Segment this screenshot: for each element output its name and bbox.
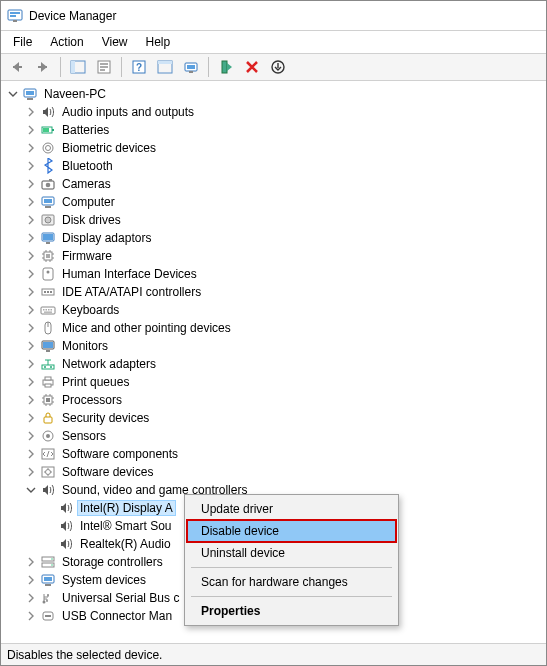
expand-icon[interactable] [25,394,37,406]
computer-icon [22,86,38,102]
ctx-update-driver[interactable]: Update driver [187,498,396,520]
expand-icon[interactable] [25,358,37,370]
category-label: Print queues [59,374,132,390]
expand-icon[interactable] [25,232,37,244]
category-node[interactable]: Biometric devices [25,139,546,157]
expand-icon[interactable] [25,124,37,136]
svg-rect-57 [43,342,53,348]
category-node[interactable]: Keyboards [25,301,546,319]
device-tree[interactable]: Naveen-PC Audio inputs and outputsBatter… [1,81,546,643]
properties-button[interactable] [92,55,116,79]
svg-point-28 [46,146,51,151]
storage-icon [40,554,56,570]
category-node[interactable]: Firmware [25,247,546,265]
ctx-update-label: Update driver [201,502,273,516]
svg-rect-46 [47,291,49,293]
svg-rect-59 [42,365,54,369]
menu-help[interactable]: Help [138,33,179,51]
expand-icon[interactable] [25,556,37,568]
expand-icon[interactable] [25,214,37,226]
usbconn-icon [40,608,56,624]
category-node[interactable]: Sensors [25,427,546,445]
expand-icon[interactable] [25,286,37,298]
category-node[interactable]: Software devices [25,463,546,481]
ctx-properties-label: Properties [201,604,260,618]
category-node[interactable]: Computer [25,193,546,211]
expand-icon[interactable] [25,304,37,316]
category-label: Display adaptors [59,230,154,246]
expand-icon[interactable] [25,574,37,586]
help-button[interactable]: ? [127,55,151,79]
category-node[interactable]: Batteries [25,121,546,139]
category-node[interactable]: Processors [25,391,546,409]
category-node[interactable]: IDE ATA/ATAPI controllers [25,283,546,301]
expand-icon[interactable] [25,250,37,262]
category-label: Software devices [59,464,156,480]
scan-hardware-button[interactable] [179,55,203,79]
svg-rect-82 [46,600,48,602]
category-node[interactable]: Human Interface Devices [25,265,546,283]
forward-button[interactable] [31,55,55,79]
expand-icon[interactable] [25,106,37,118]
show-hide-tree-button[interactable] [66,55,90,79]
app-icon [7,8,23,24]
ctx-uninstall-label: Uninstall device [201,546,285,560]
svg-point-61 [50,366,52,368]
expand-icon[interactable] [25,592,37,604]
expand-icon[interactable] [25,268,37,280]
expand-icon[interactable] [25,466,37,478]
collapse-icon[interactable] [25,484,37,496]
svg-point-60 [44,366,46,368]
category-label: USB Connector Man [59,608,175,624]
svg-rect-10 [100,66,108,68]
category-node[interactable]: Monitors [25,337,546,355]
category-node[interactable]: Security devices [25,409,546,427]
category-node[interactable]: Mice and other pointing devices [25,319,546,337]
disable-device-button[interactable] [240,55,264,79]
svg-rect-84 [45,615,51,617]
svg-rect-49 [43,309,45,311]
svg-rect-58 [46,350,50,352]
expand-icon[interactable] [25,340,37,352]
expand-icon[interactable] [25,196,37,208]
expand-icon[interactable] [25,142,37,154]
enable-device-button[interactable] [214,55,238,79]
disk-icon [40,212,56,228]
expand-icon[interactable] [25,430,37,442]
ctx-disable-device[interactable]: Disable device [187,520,396,542]
root-node[interactable]: Naveen-PC [7,85,546,103]
expand-icon[interactable] [25,178,37,190]
expand-icon[interactable] [25,160,37,172]
collapse-icon[interactable] [7,88,19,100]
expand-icon[interactable] [25,412,37,424]
category-node[interactable]: Software components [25,445,546,463]
ctx-uninstall-device[interactable]: Uninstall device [187,542,396,564]
menu-action[interactable]: Action [42,33,91,51]
category-node[interactable]: Audio inputs and outputs [25,103,546,121]
category-node[interactable]: Display adaptors [25,229,546,247]
svg-rect-1 [10,12,20,14]
category-node[interactable]: Bluetooth [25,157,546,175]
bluetooth-icon [40,158,56,174]
menu-file[interactable]: File [5,33,40,51]
expand-icon[interactable] [25,376,37,388]
svg-rect-51 [48,309,50,311]
back-button[interactable] [5,55,29,79]
svg-rect-25 [52,129,54,131]
category-node[interactable]: Print queues [25,373,546,391]
category-label: Human Interface Devices [59,266,200,282]
category-node[interactable]: Network adapters [25,355,546,373]
svg-rect-53 [44,312,52,313]
uninstall-device-button[interactable] [266,55,290,79]
category-node[interactable]: Cameras [25,175,546,193]
expand-icon[interactable] [25,448,37,460]
category-label: Processors [59,392,125,408]
action-button[interactable] [153,55,177,79]
usb-icon [40,590,56,606]
expand-icon[interactable] [25,610,37,622]
menu-view[interactable]: View [94,33,136,51]
category-node[interactable]: Disk drives [25,211,546,229]
expand-icon[interactable] [25,322,37,334]
ctx-properties[interactable]: Properties [187,600,396,622]
ctx-scan-hardware[interactable]: Scan for hardware changes [187,571,396,593]
